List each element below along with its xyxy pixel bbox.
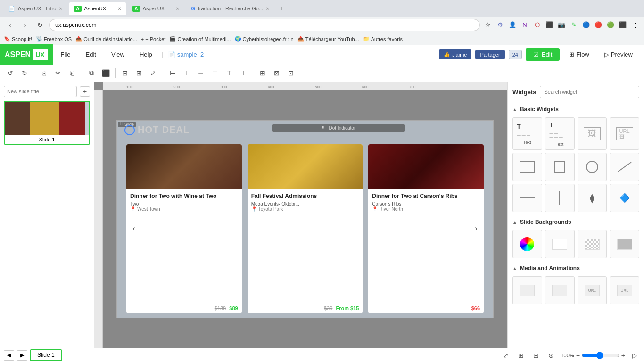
duplicate-button[interactable]: ⧉ bbox=[85, 66, 98, 80]
redo-button[interactable]: ↻ bbox=[18, 66, 31, 80]
user-icon[interactable]: 👤 bbox=[507, 20, 518, 30]
extensions-icon[interactable]: ⚙ bbox=[495, 20, 505, 30]
onenote-icon[interactable]: N bbox=[520, 20, 530, 30]
tab-1[interactable]: 📄 Aspen UX - Intro ✕ bbox=[4, 2, 67, 15]
prev-button[interactable]: ‹ bbox=[126, 221, 141, 236]
zoom-slider[interactable] bbox=[582, 352, 619, 359]
zoom-out-button[interactable]: − bbox=[576, 352, 580, 359]
next-button[interactable]: › bbox=[469, 221, 484, 236]
distribute-v-button[interactable]: ⊠ bbox=[270, 66, 283, 80]
grid-view-button[interactable]: ⊞ bbox=[515, 350, 527, 361]
align-left-button[interactable]: ⊢ bbox=[166, 66, 179, 80]
menu-file[interactable]: File bbox=[53, 45, 78, 64]
widgets-search[interactable] bbox=[540, 86, 639, 98]
add-slide-button[interactable]: + bbox=[80, 86, 90, 97]
widget-text-1[interactable]: T— —— — — Text bbox=[512, 117, 542, 150]
group-button[interactable]: ⬛ bbox=[99, 66, 112, 80]
bookmark-autres[interactable]: 📁 Autres favoris bbox=[363, 36, 403, 42]
tab-close-3[interactable]: ✕ bbox=[176, 6, 180, 11]
back-button[interactable]: ‹ bbox=[4, 19, 16, 31]
bookmark-pocket[interactable]: + + Pocket bbox=[141, 36, 166, 42]
partager-button[interactable]: Partager bbox=[475, 50, 504, 59]
widget-vertical-line[interactable] bbox=[545, 184, 575, 212]
slide-canvas[interactable]: ⠿ Slide HOT DEAL ⠿ Dot Indicator ‹ bbox=[103, 90, 507, 348]
tab-close-2[interactable]: ✕ bbox=[117, 6, 121, 11]
ext2-icon[interactable]: ✎ bbox=[569, 20, 579, 30]
media-widget-1[interactable] bbox=[512, 276, 542, 304]
tab-close-4[interactable]: ✕ bbox=[266, 6, 270, 11]
bookmark-freebox[interactable]: 📡 Freebox OS bbox=[36, 36, 72, 42]
tab-2[interactable]: A AspenUX ✕ bbox=[69, 2, 126, 15]
tab-4[interactable]: G traduction - Recherche Go... ✕ bbox=[186, 2, 274, 15]
expand-button[interactable]: ⊞ bbox=[132, 66, 146, 80]
media-animations-section-header[interactable]: ▲ Media and Animations bbox=[508, 261, 644, 273]
bg-checker[interactable] bbox=[578, 230, 607, 258]
slide-backgrounds-section-header[interactable]: ▲ Slide Backgrounds bbox=[508, 215, 644, 227]
bookmark-scoopIt[interactable]: 🔖 Scoop.it! bbox=[4, 36, 32, 42]
widget-circle[interactable] bbox=[578, 153, 607, 181]
jaime-button[interactable]: 👍 J'aime bbox=[439, 49, 471, 59]
new-slide-input[interactable] bbox=[4, 86, 77, 97]
cut-button[interactable]: ✂ bbox=[51, 66, 65, 80]
prev-slide-button[interactable]: ◀ bbox=[4, 350, 14, 361]
slide-thumbnail-1[interactable]: Slide 1 bbox=[4, 101, 90, 145]
fullscreen-view-button[interactable]: ⤢ bbox=[500, 350, 512, 361]
tile-view-button[interactable]: ⊟ bbox=[530, 350, 542, 361]
widget-text-2[interactable]: T—— —— — — Text bbox=[545, 117, 575, 150]
copy-button[interactable]: ⎘ bbox=[37, 66, 50, 80]
ext4-icon[interactable]: 🔴 bbox=[593, 20, 603, 30]
expand-right-button[interactable]: ▷ bbox=[629, 350, 640, 361]
bg-color[interactable] bbox=[512, 230, 542, 258]
widget-diagonal-line[interactable] bbox=[610, 153, 639, 181]
basic-widgets-section-header[interactable]: ▲ Basic Widgets bbox=[508, 102, 644, 115]
bookmark-telechargeur[interactable]: 📥 Téléchargeur YouTub... bbox=[297, 36, 359, 42]
media-widget-url-2[interactable]: URL bbox=[610, 276, 639, 304]
forward-button[interactable]: › bbox=[19, 19, 31, 31]
tab-3[interactable]: A AspenUX ✕ bbox=[128, 2, 184, 15]
widget-square[interactable] bbox=[545, 153, 575, 181]
menu-edit[interactable]: Edit bbox=[78, 45, 104, 64]
align-center-h-button[interactable]: ⊥ bbox=[180, 66, 193, 80]
media-widget-2[interactable] bbox=[545, 276, 575, 304]
menu-help[interactable]: Help bbox=[132, 45, 160, 64]
grid-button[interactable]: ⊡ bbox=[284, 66, 297, 80]
preview-button[interactable]: ▷ Preview bbox=[599, 48, 638, 61]
flow-button[interactable]: ⊞ Flow bbox=[563, 48, 594, 61]
camera-icon[interactable]: 📷 bbox=[556, 20, 567, 30]
new-tab-button[interactable]: + bbox=[276, 3, 288, 14]
distribute-h-button[interactable]: ⊞ bbox=[256, 66, 269, 80]
url-bar[interactable] bbox=[49, 19, 480, 31]
fullscreen-button[interactable]: ⤢ bbox=[147, 66, 160, 80]
undo-button[interactable]: ↺ bbox=[4, 66, 17, 80]
bg-white[interactable] bbox=[545, 230, 575, 258]
widget-url-image[interactable]: URL🖼 bbox=[610, 117, 639, 150]
widget-horizontal-line[interactable] bbox=[512, 184, 542, 212]
zoom-in-button[interactable]: + bbox=[621, 352, 625, 359]
menu-icon[interactable]: ⋮ bbox=[630, 20, 640, 30]
align-top-button[interactable]: ⊤ bbox=[208, 66, 222, 80]
bookmark-star-icon[interactable]: ☆ bbox=[483, 20, 493, 30]
widget-rectangle[interactable] bbox=[512, 153, 542, 181]
menu-view[interactable]: View bbox=[104, 45, 132, 64]
ext6-icon[interactable]: ⬛ bbox=[618, 20, 628, 30]
align-bottom-button[interactable]: ⊥ bbox=[237, 66, 250, 80]
widget-embed[interactable]: 🔷 bbox=[610, 184, 639, 212]
slide-tab-1[interactable]: Slide 1 bbox=[30, 349, 62, 361]
widget-layers[interactable]: ⧫ bbox=[578, 184, 607, 212]
paste-button[interactable]: ⎗ bbox=[66, 66, 79, 80]
align-right-button[interactable]: ⊣ bbox=[194, 66, 207, 80]
bookmark-outil[interactable]: 📥 Outil de désinstallatio... bbox=[75, 36, 137, 42]
bookmark-cyberhistoire[interactable]: 🌍 Cyberhistoiregeo.fr : n bbox=[235, 36, 294, 42]
tab-close-1[interactable]: ✕ bbox=[59, 6, 63, 11]
lastpass-icon[interactable]: ⬡ bbox=[532, 20, 542, 30]
ext1-icon[interactable]: ⬛ bbox=[544, 20, 554, 30]
align-center-v-button[interactable]: ⊤ bbox=[223, 66, 236, 80]
next-slide-button[interactable]: ▶ bbox=[17, 350, 27, 361]
snap-button[interactable]: ⊛ bbox=[545, 350, 557, 361]
shrink-button[interactable]: ⊟ bbox=[118, 66, 132, 80]
edit-button[interactable]: ☑ Edit bbox=[526, 48, 560, 61]
ext5-icon[interactable]: 🟢 bbox=[605, 20, 616, 30]
media-widget-url-1[interactable]: URL bbox=[578, 276, 607, 304]
file-name[interactable]: 📄 sample_2 bbox=[165, 51, 206, 58]
ext3-icon[interactable]: 🔵 bbox=[581, 20, 591, 30]
